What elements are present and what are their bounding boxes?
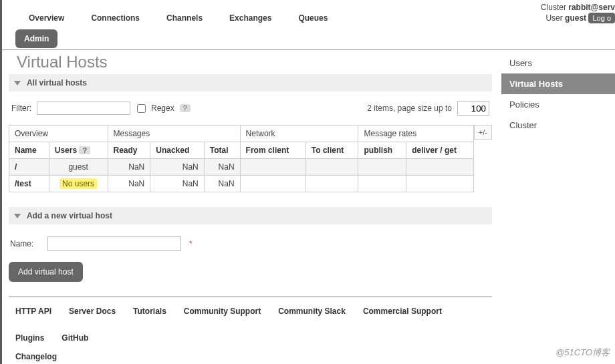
add-name-input[interactable]: [47, 236, 181, 251]
col-group-messages: Messages: [108, 126, 240, 142]
chevron-down-icon: [14, 214, 21, 218]
chevron-down-icon: [14, 81, 21, 85]
cell-unacked: NaN: [150, 159, 205, 176]
no-users-badge: No users: [59, 178, 97, 189]
col-unacked[interactable]: Unacked: [150, 142, 205, 159]
add-vhost-button[interactable]: Add virtual host: [9, 262, 83, 282]
nav-exchanges[interactable]: Exchanges: [216, 7, 285, 28]
sidebar-item-cluster[interactable]: Cluster: [501, 115, 615, 136]
col-deliver-get[interactable]: deliver / get: [406, 142, 474, 159]
cell-unacked: NaN: [150, 176, 205, 192]
table-row: /guestNaNNaNNaN: [9, 159, 474, 176]
regex-checkbox[interactable]: [137, 104, 146, 113]
footer-link[interactable]: GitHub: [62, 333, 88, 343]
cell-publish: [358, 159, 406, 176]
cell-from-client: [240, 176, 305, 192]
nav-overview[interactable]: Overview: [15, 7, 78, 28]
required-indicator: *: [189, 239, 193, 248]
sidebar-item-policies[interactable]: Policies: [501, 94, 615, 115]
section-add-vhost[interactable]: Add a new virtual host: [9, 207, 492, 224]
col-publish[interactable]: publish: [358, 142, 406, 159]
footer-link[interactable]: Changelog: [15, 352, 57, 361]
nav-queues[interactable]: Queues: [285, 7, 341, 28]
filter-label: Filter:: [11, 104, 31, 113]
cell-to-client: [305, 159, 358, 176]
footer-link[interactable]: Server Docs: [69, 307, 116, 316]
col-total[interactable]: Total: [204, 142, 240, 159]
cluster-info: Cluster rabbit@serv User guest Log o: [541, 0, 615, 27]
sidebar-item-users[interactable]: Users: [501, 53, 615, 73]
section-all-label: All virtual hosts: [27, 78, 87, 87]
user-label: User: [545, 13, 562, 23]
pager-info: 2 items, page size up to: [367, 104, 452, 113]
section-add-label: Add a new virtual host: [27, 211, 112, 220]
cell-publish: [358, 176, 406, 192]
regex-label: Regex: [151, 104, 174, 113]
cell-deliver-get: [406, 176, 474, 192]
section-all-vhosts[interactable]: All virtual hosts: [9, 74, 492, 92]
col-to-client[interactable]: To client: [305, 142, 358, 159]
cell-users: No users: [49, 176, 108, 192]
cell-from-client: [240, 159, 305, 176]
filter-input[interactable]: [37, 102, 130, 115]
footer-link[interactable]: Community Slack: [278, 307, 346, 316]
regex-help-icon[interactable]: ?: [180, 104, 191, 112]
cluster-label: Cluster: [541, 3, 566, 12]
cell-deliver-get: [406, 159, 474, 176]
col-group-overview: Overview: [9, 126, 108, 142]
vhosts-table: Overview Messages Network Message rates …: [9, 125, 474, 192]
sidebar-item-virtual-hosts[interactable]: Virtual Hosts: [501, 73, 615, 94]
nav-admin[interactable]: Admin: [15, 29, 57, 48]
col-from-client[interactable]: From client: [240, 142, 305, 159]
header-divider: [2, 49, 615, 50]
page-size-input[interactable]: [457, 101, 489, 116]
cell-ready: NaN: [108, 159, 150, 176]
users-help-icon[interactable]: ?: [79, 146, 90, 154]
watermark: @51CTO博客: [556, 347, 610, 359]
main-nav: Overview Connections Channels Exchanges …: [2, 0, 341, 28]
columns-toggle-button[interactable]: +/-: [474, 125, 492, 140]
cell-total: NaN: [204, 176, 240, 192]
cell-to-client: [305, 176, 358, 192]
col-users: Users ?: [49, 142, 108, 159]
col-group-network: Network: [240, 126, 358, 142]
user-name: guest: [565, 13, 586, 23]
nav-connections[interactable]: Connections: [78, 7, 153, 28]
cell-total: NaN: [204, 159, 240, 176]
col-ready[interactable]: Ready: [108, 142, 150, 159]
cell-users: guest: [49, 159, 108, 176]
admin-sidebar: UsersVirtual HostsPoliciesCluster: [501, 53, 615, 136]
footer-link[interactable]: HTTP API: [15, 307, 51, 316]
vhost-link[interactable]: /: [15, 162, 17, 172]
footer-link[interactable]: Tutorials: [133, 307, 166, 316]
cluster-name: rabbit@serv: [568, 3, 615, 12]
page-title: Virtual Hosts: [17, 53, 492, 71]
add-name-label: Name:: [10, 239, 42, 248]
footer-link[interactable]: Community Support: [184, 307, 261, 316]
cell-ready: NaN: [108, 176, 150, 192]
logout-button[interactable]: Log o: [588, 13, 615, 23]
footer-link[interactable]: Plugins: [15, 333, 44, 343]
table-row: /testNo usersNaNNaNNaN: [9, 176, 474, 192]
vhost-link[interactable]: /test: [15, 179, 31, 188]
col-group-rates: Message rates: [358, 126, 473, 142]
col-name[interactable]: Name: [9, 142, 49, 159]
nav-channels[interactable]: Channels: [153, 7, 216, 28]
footer: HTTP APIServer DocsTutorialsCommunity Su…: [9, 297, 492, 364]
footer-link[interactable]: Commercial Support: [363, 307, 442, 316]
